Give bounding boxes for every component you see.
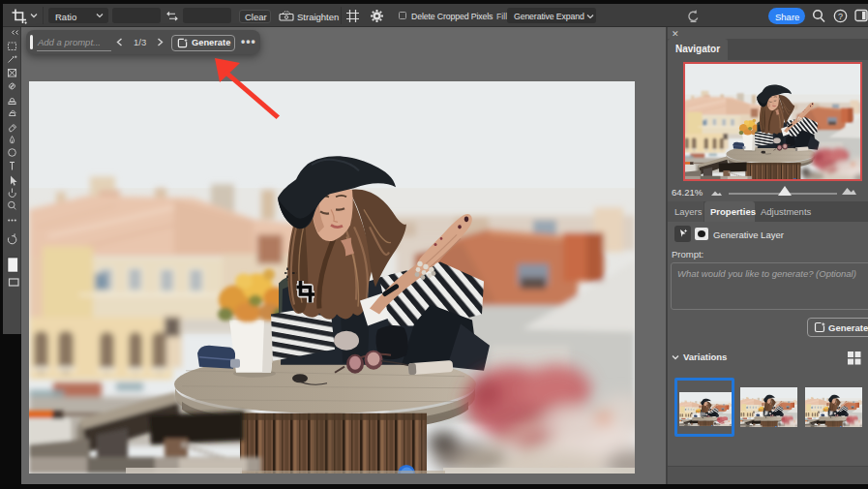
svg-text:?: ?: [838, 12, 843, 21]
